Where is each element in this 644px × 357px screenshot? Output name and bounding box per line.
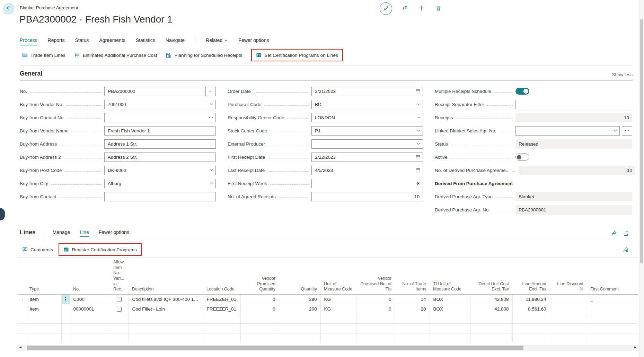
scroll-left-arrow-icon[interactable]: ◄ [19, 345, 22, 349]
chevron-down-icon[interactable] [210, 103, 213, 106]
allow-checkbox-cell[interactable] [110, 294, 129, 304]
field-no-input[interactable]: PBA2300002 [104, 87, 203, 96]
table-row[interactable]: →Item⋮C300Cod fillets sl/bl IQF 300-400 … [17, 294, 638, 304]
field-buy-from-vendor-no-input[interactable]: 7001000 [104, 100, 216, 109]
allow-item-variants-checkbox[interactable] [117, 297, 122, 302]
cell-location[interactable]: FREEZER_01 [203, 294, 240, 304]
unpin-button[interactable] [623, 247, 629, 254]
cell-uom[interactable]: KG [320, 304, 356, 314]
calendar-icon[interactable] [415, 155, 421, 160]
tab-navigate[interactable]: Navigate [166, 37, 185, 46]
col-header-no_of_trade_items[interactable]: No. of Trade Items [395, 258, 430, 294]
popout-button[interactable] [623, 231, 629, 238]
lines-menu-fewer-options[interactable]: Fewer options [99, 229, 129, 238]
cell-quantity[interactable]: 280 [279, 294, 320, 304]
cell-description[interactable]: Cod Fillet - Loin [129, 304, 203, 314]
cell-line_amount[interactable]: 11,986.24 [512, 294, 550, 304]
allow-checkbox-cell[interactable] [110, 304, 129, 314]
field-order-date-input[interactable]: 2/21/2023 [311, 87, 423, 96]
scroll-right-arrow-icon[interactable]: ► [634, 345, 637, 349]
line-action-register-certification-programs[interactable]: Register Certification Programs [63, 247, 137, 252]
cell-vendor_promised_quantity[interactable]: 0 [240, 304, 279, 314]
chevron-down-icon[interactable] [210, 182, 213, 185]
col-header-ti_uom[interactable]: TI Unit of Measure Code [430, 258, 470, 294]
side-panel-handle[interactable] [0, 208, 5, 220]
tab-statistics[interactable]: Statistics [136, 37, 155, 46]
allow-item-variants-checkbox[interactable] [117, 307, 122, 312]
field-buy-from-address-2-input[interactable]: Address 2 Str. [104, 153, 216, 162]
lines-menu-line[interactable]: Line [80, 229, 89, 238]
tab-related[interactable]: Related [206, 37, 228, 46]
show-less-link[interactable]: Show less [612, 72, 633, 77]
breadcrumb[interactable]: Blanket Purchase Agreement [20, 5, 78, 10]
first-comment-link[interactable]: _ [591, 306, 593, 312]
field-buy-from-vendor-name-input[interactable]: Fresh Fish Vendor 1 [104, 126, 216, 136]
field-multiple-receipts-schedule-toggle[interactable] [515, 88, 529, 95]
chevron-down-icon[interactable] [417, 129, 421, 133]
col-header-quantity[interactable]: Quantity [279, 258, 320, 294]
cell-vendor_promised_no_of_tis[interactable]: 0 [356, 294, 395, 304]
cell-no[interactable]: C300 [70, 294, 110, 304]
cell-vendor_promised_quantity[interactable]: 0 [240, 294, 279, 304]
col-header-vendor_promised_quantity[interactable]: Vendor Promised Quantity [240, 258, 279, 294]
cell-uom[interactable]: KG [320, 294, 356, 304]
line-action-comments[interactable]: Comments [22, 247, 53, 252]
tab-reports[interactable]: Reports [48, 37, 65, 46]
field-stock-center-code-input[interactable]: P1 [311, 126, 423, 136]
field-responsibility-center-code-input[interactable]: LONDON [311, 113, 423, 122]
tab-status[interactable]: Status [75, 37, 89, 46]
col-header-description[interactable]: Description [129, 258, 203, 294]
add-button[interactable] [418, 5, 425, 12]
col-header-first_comment[interactable]: First Comment [587, 258, 638, 294]
col-header-no[interactable]: No. [70, 258, 110, 294]
tab-fewer-options[interactable]: Fewer options [238, 37, 269, 46]
field-purchaser-code-input[interactable]: BD [311, 100, 423, 109]
cell-quantity[interactable]: 200 [279, 304, 320, 314]
cell-direct_unit_cost[interactable]: 42.808 [470, 304, 512, 314]
field-buy-from-contact-no-input[interactable] [104, 113, 216, 122]
row-menu-cell[interactable]: ⋮ [61, 294, 70, 304]
back-button[interactable] [3, 3, 15, 15]
cell-no[interactable]: 00000001 [70, 304, 110, 314]
action-estimated-additional-purchase-cost[interactable]: Estimated Additional Purchase Cost [74, 52, 157, 58]
cell-type[interactable]: Item [26, 304, 61, 314]
col-header-type[interactable]: Type [26, 258, 61, 294]
cell-first-comment[interactable]: _ [587, 304, 638, 314]
field-no-of-agreed-receipts-input[interactable]: 10 [311, 192, 423, 201]
field-active-toggle[interactable] [515, 154, 529, 160]
field-linked-blanket-sales-agr-no-input[interactable] [515, 126, 620, 136]
cell-line_discount[interactable] [550, 294, 587, 304]
field-buy-from-post-code-input[interactable]: DK-9000 [104, 166, 216, 175]
cell-ti_uom[interactable]: BOX [430, 294, 470, 304]
cell-description[interactable]: Cod fillets sl/bl IQF 300-400 1x... [129, 294, 203, 304]
chevron-down-icon[interactable] [417, 116, 421, 120]
col-header-allow[interactable]: Allow Item No. Vari... in Rec... [110, 258, 129, 294]
cell-line_discount[interactable] [550, 304, 587, 314]
row-menu-cell[interactable] [61, 304, 70, 314]
cell-no_of_trade_items[interactable]: 14 [395, 294, 430, 304]
ellipsis-icon[interactable] [209, 115, 213, 120]
calendar-icon[interactable] [415, 168, 421, 173]
cell-ti_uom[interactable]: BOX [430, 304, 470, 314]
calendar-icon[interactable] [415, 89, 421, 94]
field-buy-from-city-input[interactable]: Alborg [104, 179, 216, 188]
cell-direct_unit_cost[interactable]: 42.808 [470, 294, 512, 304]
vertical-scrollbar[interactable] [639, 0, 644, 357]
field-buy-from-contact-input[interactable] [104, 192, 216, 201]
col-header-direct_unit_cost[interactable]: Direct Unit Cost Excl. Tax [470, 258, 512, 294]
cell-vendor_promised_no_of_tis[interactable]: 0 [356, 304, 395, 314]
cell-line_amount[interactable]: 8,561.60 [512, 304, 550, 314]
action-trade-item-lines[interactable]: Trade Item Lines [22, 52, 65, 58]
share-button[interactable] [401, 5, 409, 12]
vertical-scroll-thumb[interactable] [640, 19, 643, 263]
col-header-line_amount[interactable]: Line Amount Excl. Tax [512, 258, 550, 294]
first-comment-link[interactable]: _ [591, 297, 593, 302]
chevron-down-icon[interactable] [417, 142, 421, 146]
tab-agreements[interactable]: Agreements [99, 37, 125, 46]
field-last-receipt-date-input[interactable]: 4/5/2023 [311, 166, 423, 175]
cell-location[interactable]: FREEZER_01 [203, 304, 240, 314]
table-row[interactable]: Item00000001Cod Fillet - LoinFREEZER_010… [17, 304, 638, 314]
col-header-uom[interactable]: Unit of Measure Code [320, 258, 356, 294]
field-external-producer-input[interactable] [311, 139, 423, 149]
edit-button[interactable] [380, 2, 392, 15]
